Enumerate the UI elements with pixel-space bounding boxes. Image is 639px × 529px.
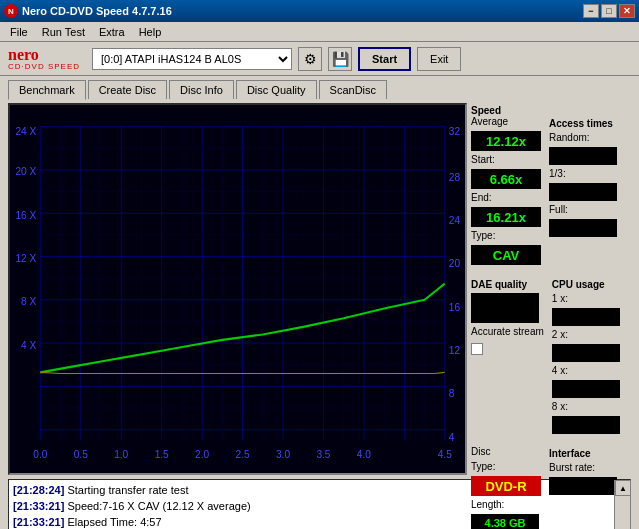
log-line-1: [21:33:21] Speed:7-16 X CAV (12.12 X ave…: [13, 498, 610, 514]
cpu-two-col: DAE quality Accurate stream CPU usage 1 …: [471, 277, 631, 434]
svg-text:4.0: 4.0: [357, 449, 371, 460]
start-value: 6.66x: [471, 169, 541, 189]
type-label: Type:: [471, 230, 541, 241]
accurate-stream-checkbox[interactable]: [471, 343, 483, 355]
onethird-label: 1/3:: [549, 168, 617, 179]
maximize-button[interactable]: □: [601, 4, 617, 18]
title-bar: N Nero CD-DVD Speed 4.7.7.16 − □ ✕: [0, 0, 639, 22]
log-text-0: Starting transfer rate test: [67, 484, 188, 496]
properties-button[interactable]: ⚙: [298, 47, 322, 71]
start-button[interactable]: Start: [358, 47, 411, 71]
dae-col: DAE quality Accurate stream: [471, 277, 544, 434]
disc-type-header: Disc: [471, 446, 541, 457]
svg-text:2.0: 2.0: [195, 449, 209, 460]
minimize-button[interactable]: −: [583, 4, 599, 18]
burst-rate-label: Burst rate:: [549, 462, 617, 473]
log-time-1: [21:33:21]: [13, 500, 64, 512]
cpu-4x-value: [552, 380, 620, 398]
dae-value: [471, 293, 539, 323]
nero-logo: nero CD·DVD SPEED: [8, 47, 80, 71]
svg-text:0.0: 0.0: [33, 449, 47, 460]
cpu-2x-value: [552, 344, 620, 362]
cpu-title: CPU usage: [552, 279, 620, 290]
toolbar: nero CD·DVD SPEED [0:0] ATAPI iHAS124 B …: [0, 42, 639, 76]
cpu-8x-value: [552, 416, 620, 434]
menu-run-test[interactable]: Run Test: [36, 24, 91, 40]
tabs: Benchmark Create Disc Disc Info Disc Qua…: [0, 76, 639, 99]
drive-select[interactable]: [0:0] ATAPI iHAS124 B AL0S: [92, 48, 292, 70]
cpu-section: DAE quality Accurate stream CPU usage 1 …: [471, 277, 631, 434]
svg-rect-0: [10, 105, 465, 473]
speed-section: Speed Average 12.12x Start: 6.66x End: 1…: [471, 103, 631, 265]
cpu-4x-label: 4 x:: [552, 365, 620, 376]
access-times-title: Access times: [549, 118, 617, 129]
average-label: Average: [471, 116, 541, 127]
menu-help[interactable]: Help: [133, 24, 168, 40]
scroll-up-button[interactable]: ▲: [615, 480, 631, 496]
right-panel: Speed Average 12.12x Start: 6.66x End: 1…: [471, 103, 631, 475]
dae-title: DAE quality: [471, 279, 544, 290]
svg-text:16: 16: [449, 301, 460, 312]
menu-bar: File Run Test Extra Help: [0, 22, 639, 42]
random-label: Random:: [549, 132, 617, 143]
svg-text:24: 24: [449, 215, 460, 226]
speed-left-col: Average 12.12x Start: 6.66x End: 16.21x …: [471, 116, 541, 265]
start-label: Start:: [471, 154, 541, 165]
cpu-right-col: CPU usage 1 x: 2 x: 4 x: 8 x:: [552, 277, 620, 434]
svg-text:12 X: 12 X: [15, 253, 36, 264]
svg-text:28: 28: [449, 171, 460, 182]
save-button[interactable]: 💾: [328, 47, 352, 71]
tab-benchmark[interactable]: Benchmark: [8, 80, 86, 100]
interface-title: Interface: [549, 448, 617, 459]
menu-extra[interactable]: Extra: [93, 24, 131, 40]
svg-text:1.0: 1.0: [114, 449, 128, 460]
main-content: 4 X 8 X 12 X 16 X 20 X 24 X 4 8 12 16 20…: [0, 99, 639, 479]
cpu-2x-label: 2 x:: [552, 329, 620, 340]
nero-logo-bottom: CD·DVD SPEED: [8, 63, 80, 71]
svg-text:8 X: 8 X: [21, 296, 36, 307]
svg-text:12: 12: [449, 345, 460, 356]
tab-disc-quality[interactable]: Disc Quality: [236, 80, 317, 99]
log-line-2: [21:33:21] Elapsed Time: 4:57: [13, 514, 610, 529]
disc-type-sublabel: Type:: [471, 461, 541, 472]
svg-text:0.5: 0.5: [74, 449, 88, 460]
chart-container: 4 X 8 X 12 X 16 X 20 X 24 X 4 8 12 16 20…: [8, 103, 467, 475]
log-content: [21:28:24] Starting transfer rate test […: [9, 480, 614, 529]
app-icon: N: [4, 4, 18, 18]
svg-text:4 X: 4 X: [21, 339, 36, 350]
svg-text:2.5: 2.5: [236, 449, 250, 460]
log-scrollbar[interactable]: ▲ ▼: [614, 480, 630, 529]
log-area: [21:28:24] Starting transfer rate test […: [8, 479, 631, 529]
svg-text:24 X: 24 X: [15, 126, 36, 137]
end-label: End:: [471, 192, 541, 203]
tab-disc-info[interactable]: Disc Info: [169, 80, 234, 99]
scroll-track: [615, 496, 630, 529]
svg-text:32: 32: [449, 126, 460, 137]
log-time-0: [21:28:24]: [13, 484, 64, 496]
close-button[interactable]: ✕: [619, 4, 635, 18]
log-line-0: [21:28:24] Starting transfer rate test: [13, 482, 610, 498]
svg-text:3.5: 3.5: [316, 449, 330, 460]
svg-text:3.0: 3.0: [276, 449, 290, 460]
svg-text:20: 20: [449, 258, 460, 269]
cpu-1x-value: [552, 308, 620, 326]
speed-two-col: Average 12.12x Start: 6.66x End: 16.21x …: [471, 116, 631, 265]
title-controls: − □ ✕: [583, 4, 635, 18]
log-text-2: Elapsed Time: 4:57: [67, 516, 161, 528]
accurate-stream-label: Accurate stream: [471, 326, 544, 337]
type-value: CAV: [471, 245, 541, 265]
accurate-stream-row: [471, 343, 544, 355]
access-times-col: Access times Random: 1/3: Full:: [549, 116, 617, 265]
exit-button[interactable]: Exit: [417, 47, 461, 71]
svg-text:4: 4: [449, 431, 455, 442]
end-value: 16.21x: [471, 207, 541, 227]
tab-scan-disc[interactable]: ScanDisc: [319, 80, 387, 99]
average-value: 12.12x: [471, 131, 541, 151]
svg-text:8: 8: [449, 388, 455, 399]
menu-file[interactable]: File: [4, 24, 34, 40]
full-label: Full:: [549, 204, 617, 215]
nero-logo-top: nero: [8, 47, 80, 63]
chart-svg: 4 X 8 X 12 X 16 X 20 X 24 X 4 8 12 16 20…: [10, 105, 465, 473]
full-value: [549, 219, 617, 237]
tab-create-disc[interactable]: Create Disc: [88, 80, 167, 99]
